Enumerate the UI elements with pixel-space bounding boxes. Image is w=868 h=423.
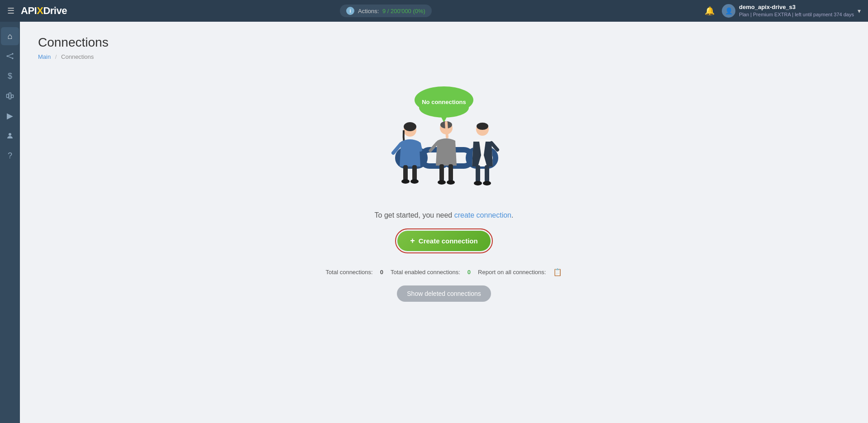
create-button-wrapper: + Create connection (395, 228, 492, 253)
show-deleted-button[interactable]: Show deleted connections (397, 285, 491, 302)
svg-rect-6 (9, 93, 11, 99)
sidebar-item-profile[interactable] (1, 127, 19, 145)
stats-row: Total connections: 0 Total enabled conne… (326, 268, 563, 276)
info-icon: i (346, 7, 354, 15)
svg-point-37 (483, 181, 491, 185)
topnav-right: 🔔 👤 demo_apix-drive_s3 Plan | Premium EX… (705, 4, 861, 18)
svg-rect-7 (11, 95, 14, 98)
total-enabled-label: Total enabled connections: (391, 269, 460, 276)
connections-illustration: No connections (367, 83, 521, 205)
svg-point-1 (12, 53, 13, 54)
svg-rect-27 (439, 164, 444, 181)
total-connections-value: 0 (380, 269, 383, 276)
logo-drive: Drive (43, 5, 67, 17)
sidebar-item-media[interactable]: ▶ (1, 107, 19, 125)
main-content: Connections Main / Connections No connec… (20, 22, 868, 423)
svg-line-3 (8, 54, 12, 56)
svg-line-4 (8, 57, 12, 58)
cta-text-after: . (511, 211, 513, 219)
logo-x: X (37, 5, 43, 17)
svg-point-20 (404, 122, 416, 131)
svg-point-2 (12, 57, 13, 59)
sidebar-item-connections[interactable] (1, 47, 19, 65)
breadcrumb-current: Connections (61, 53, 94, 60)
svg-point-29 (438, 180, 446, 185)
actions-label: Actions: (358, 8, 379, 14)
user-name: demo_apix-drive_s3 (739, 4, 854, 11)
svg-point-0 (7, 55, 8, 57)
logo-api: API (21, 5, 37, 17)
actions-count: 9 / 200'000 (0%) (382, 8, 425, 14)
page-title: Connections (38, 35, 850, 50)
report-icon[interactable]: 📋 (553, 268, 562, 276)
sidebar-item-integrations[interactable] (1, 87, 19, 105)
svg-rect-28 (448, 164, 453, 181)
svg-point-8 (9, 133, 11, 136)
center-area: No connections (38, 78, 850, 302)
svg-point-30 (447, 180, 455, 185)
total-enabled-value: 0 (467, 269, 471, 276)
svg-point-32 (477, 123, 488, 130)
illustration: No connections (367, 78, 521, 200)
sidebar: ⌂ $ ▶ ? (0, 22, 20, 423)
topnav-center: i Actions: 9 / 200'000 (0%) (67, 5, 705, 17)
sidebar-item-help[interactable]: ? (1, 147, 19, 165)
top-navigation: ☰ APIXDrive i Actions: 9 / 200'000 (0%) … (0, 0, 868, 22)
bell-icon[interactable]: 🔔 (705, 6, 715, 16)
svg-rect-5 (7, 94, 9, 98)
plus-icon: + (410, 236, 415, 246)
breadcrumb: Main / Connections (38, 53, 850, 60)
hamburger-menu[interactable]: ☰ (7, 6, 14, 16)
actions-badge: i Actions: 9 / 200'000 (0%) (340, 5, 432, 17)
svg-text:No connections: No connections (422, 99, 466, 105)
cta-text-before: To get started, you need (375, 211, 454, 219)
sidebar-item-billing[interactable]: $ (1, 67, 19, 85)
cta-text: To get started, you need create connecti… (375, 211, 514, 219)
create-connection-button[interactable]: + Create connection (397, 231, 490, 251)
svg-rect-34 (476, 165, 480, 182)
create-button-label: Create connection (419, 237, 478, 245)
sidebar-item-home[interactable]: ⌂ (1, 27, 19, 45)
svg-rect-22 (412, 165, 417, 181)
svg-point-36 (474, 181, 482, 185)
breadcrumb-main[interactable]: Main (38, 53, 51, 60)
logo: APIXDrive (21, 5, 67, 17)
chevron-down-icon: ▾ (858, 7, 861, 14)
total-connections-label: Total connections: (326, 269, 373, 276)
user-info: demo_apix-drive_s3 Plan | Premium EXTRA … (739, 4, 854, 18)
avatar: 👤 (722, 4, 735, 18)
cta-link[interactable]: create connection (454, 211, 511, 219)
report-label: Report on all connections: (478, 269, 546, 276)
svg-rect-21 (403, 165, 408, 181)
svg-rect-35 (485, 165, 489, 182)
breadcrumb-separator: / (55, 53, 57, 60)
user-section[interactable]: 👤 demo_apix-drive_s3 Plan | Premium EXTR… (722, 4, 861, 18)
actions-text: Actions: 9 / 200'000 (0%) (358, 8, 425, 14)
svg-point-23 (401, 179, 410, 184)
user-plan: Plan | Premium EXTRA | left until paymen… (739, 11, 854, 18)
svg-point-24 (410, 179, 419, 184)
